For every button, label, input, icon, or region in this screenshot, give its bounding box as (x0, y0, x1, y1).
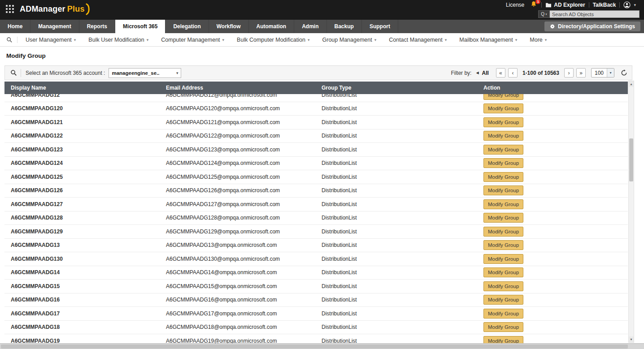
tab-support[interactable]: Support (362, 20, 398, 33)
filter-collapse-icon[interactable]: ◀ (476, 71, 479, 75)
refresh-button[interactable] (617, 69, 628, 76)
table-row[interactable]: A6GCMMPAADG130 A6GCMMPAADG130@ompqa.onmi… (4, 252, 628, 266)
user-icon (623, 1, 631, 9)
subnav-contact-management[interactable]: Contact Management ▾ (383, 37, 453, 43)
chevron-down-icon: ▾ (634, 3, 636, 7)
modify-group-button[interactable]: Modify Group (483, 131, 523, 141)
tab-workflow[interactable]: Workflow (209, 20, 249, 33)
horizontal-scrollbar-thumb[interactable] (1, 345, 628, 349)
modify-group-button[interactable]: Modify Group (483, 117, 523, 127)
search-icon[interactable] (9, 69, 21, 76)
cell-group-type: DistributionList (315, 146, 477, 153)
modify-group-button[interactable]: Modify Group (483, 322, 523, 332)
chevron-down-icon: ▾ (74, 38, 76, 42)
tab-microsoft-365[interactable]: Microsoft 365 (115, 20, 165, 33)
table-row[interactable]: A6GCMMPAADG122 A6GCMMPAADG122@ompqa.onmi… (4, 129, 628, 143)
filter-value[interactable]: All (482, 70, 489, 76)
table-row[interactable]: A6GCMMPAADG121 A6GCMMPAADG121@ompqa.onmi… (4, 116, 628, 129)
first-page-button[interactable]: « (496, 68, 505, 78)
search-scope-button[interactable]: Q ▾ (538, 10, 550, 18)
modify-group-button[interactable]: Modify Group (483, 227, 523, 237)
talkback-link[interactable]: TalkBack (589, 2, 620, 8)
logo-swoosh-icon (86, 3, 91, 15)
cell-group-type: DistributionList (315, 310, 477, 317)
column-header-email-address[interactable]: Email Address (160, 85, 315, 91)
search-input[interactable] (550, 10, 640, 18)
cell-action: Modify Group (477, 322, 628, 332)
table-row[interactable]: A6GCMMPAADG13 A6GCMMPAADG13@ompqa.onmicr… (4, 239, 628, 253)
table-row[interactable]: A6GCMMPAADG15 A6GCMMPAADG15@ompqa.onmicr… (4, 280, 628, 293)
modify-group-button[interactable]: Modify Group (483, 309, 523, 319)
ad-explorer-link[interactable]: AD Explorer (542, 2, 588, 8)
modify-group-button[interactable]: Modify Group (483, 145, 523, 155)
modify-group-button[interactable]: Modify Group (483, 295, 523, 305)
scroll-down-button[interactable]: ▼ (629, 336, 634, 342)
license-link[interactable]: License (502, 2, 528, 8)
table-row[interactable]: A6GCMMPAADG12 A6GCMMPAADG12@ompqa.onmicr… (4, 94, 628, 102)
modify-group-button[interactable]: Modify Group (483, 158, 523, 168)
modify-group-button[interactable]: Modify Group (483, 199, 523, 209)
modify-group-button[interactable]: Modify Group (483, 103, 523, 113)
table-row[interactable]: A6GCMMPAADG17 A6GCMMPAADG17@ompqa.onmicr… (4, 307, 628, 321)
modify-group-button[interactable]: Modify Group (483, 281, 523, 291)
tab-delegation[interactable]: Delegation (165, 20, 209, 33)
tab-management[interactable]: Management (30, 20, 79, 33)
table-row[interactable]: A6GCMMPAADG14 A6GCMMPAADG14@ompqa.onmicr… (4, 266, 628, 280)
column-header-display-name[interactable]: Display Name (4, 85, 160, 91)
column-header-action[interactable]: Action (477, 85, 628, 91)
last-page-button[interactable]: » (576, 68, 586, 78)
table-row[interactable]: A6GCMMPAADG129 A6GCMMPAADG129@ompqa.onmi… (4, 225, 628, 239)
vertical-scrollbar[interactable]: ▲ ▼ (628, 81, 634, 343)
modify-group-button[interactable]: Modify Group (483, 254, 523, 264)
vertical-scrollbar-thumb[interactable] (629, 138, 633, 181)
table-row[interactable]: A6GCMMPAADG127 A6GCMMPAADG127@ompqa.onmi… (4, 198, 628, 211)
subnav-bulk-computer-modification[interactable]: Bulk Computer Modification ▾ (231, 37, 316, 43)
tab-admin[interactable]: Admin (294, 20, 326, 33)
table-row[interactable]: A6GCMMPAADG123 A6GCMMPAADG123@ompqa.onmi… (4, 143, 628, 157)
table-row[interactable]: A6GCMMPAADG16 A6GCMMPAADG16@ompqa.onmicr… (4, 293, 628, 307)
user-menu-button[interactable]: ▾ (620, 1, 640, 9)
table-row[interactable]: A6GCMMPAADG18 A6GCMMPAADG18@ompqa.onmicr… (4, 321, 628, 335)
page-size-select[interactable]: 100 ▾ (591, 68, 614, 78)
table-row[interactable]: A6GCMMPAADG124 A6GCMMPAADG124@ompqa.onmi… (4, 157, 628, 171)
tab-automation[interactable]: Automation (249, 20, 295, 33)
column-header-group-type[interactable]: Group Type (315, 85, 477, 91)
horizontal-scrollbar[interactable] (0, 343, 644, 349)
table-row[interactable]: A6GCMMPAADG125 A6GCMMPAADG125@ompqa.onmi… (4, 170, 628, 184)
cell-display-name: A6GCMMPAADG128 (4, 215, 160, 221)
modify-group-button[interactable]: Modify Group (483, 185, 523, 195)
modify-group-button[interactable]: Modify Group (483, 172, 523, 182)
subnav-more[interactable]: More ▾ (523, 37, 553, 43)
scroll-up-button[interactable]: ▲ (629, 81, 634, 87)
app-launcher-icon[interactable] (6, 5, 15, 14)
cell-display-name: A6GCMMPAADG17 (4, 310, 160, 317)
modify-group-button[interactable]: Modify Group (483, 240, 523, 250)
subnav-user-management[interactable]: User Management ▾ (19, 37, 82, 43)
tab-backup[interactable]: Backup (327, 20, 362, 33)
prev-page-button[interactable]: ‹ (508, 68, 518, 78)
tab-home[interactable]: Home (0, 20, 30, 33)
subnav-mailbox-management[interactable]: Mailbox Management ▾ (453, 37, 523, 43)
pagination-range: 1-100 of 10563 (520, 70, 561, 76)
chevron-down-icon: ▾ (308, 38, 310, 42)
tab-reports[interactable]: Reports (79, 20, 115, 33)
subnav-group-management[interactable]: Group Management ▾ (316, 37, 383, 43)
subnav-computer-management[interactable]: Computer Management ▾ (155, 37, 231, 43)
cell-action: Modify Group (477, 145, 628, 155)
table-row[interactable]: A6GCMMPAADG128 A6GCMMPAADG128@ompqa.onmi… (4, 211, 628, 225)
modify-group-button[interactable]: Modify Group (483, 213, 523, 223)
table-row[interactable]: A6GCMMPAADG120 A6GCMMPAADG120@ompqa.onmi… (4, 102, 628, 116)
table-row[interactable]: A6GCMMPAADG19 A6GCMMPAADG19@ompqa.onmicr… (4, 334, 628, 344)
next-page-button[interactable]: › (564, 68, 574, 78)
subnav-label: Bulk Computer Modification (237, 37, 305, 43)
notifications-button[interactable]: 1 (528, 1, 541, 9)
directory-application-settings-button[interactable]: Directory/Application Settings (544, 22, 640, 31)
quick-search-icon[interactable] (4, 37, 15, 43)
table-row[interactable]: A6GCMMPAADG126 A6GCMMPAADG126@ompqa.onmi… (4, 184, 628, 198)
modify-group-button[interactable]: Modify Group (483, 94, 523, 100)
account-select[interactable]: manageengine_se.. ▾ (109, 68, 181, 78)
subnav-label: More (530, 37, 542, 43)
chevron-down-icon: ▾ (374, 38, 377, 42)
modify-group-button[interactable]: Modify Group (483, 267, 523, 277)
subnav-bulk-user-modification[interactable]: Bulk User Modification ▾ (82, 37, 155, 43)
